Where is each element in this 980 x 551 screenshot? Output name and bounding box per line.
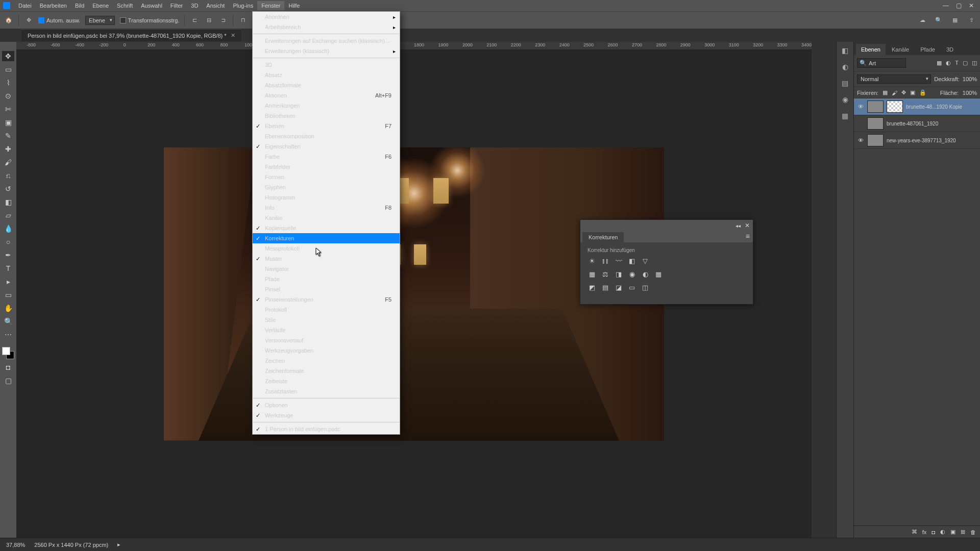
panel-close-icon[interactable]: ✕ (745, 222, 750, 229)
link-layers-icon[interactable]: ⌘ (912, 529, 917, 535)
color-panel-icon[interactable]: ◉ (841, 95, 850, 104)
menuitem-eigenschaften[interactable]: Eigenschaften (253, 141, 400, 152)
filter-adjust-icon[interactable]: ◐ (946, 60, 951, 66)
home-icon[interactable]: 🏠 (4, 16, 13, 25)
menuitem-muster[interactable]: Muster (253, 254, 400, 264)
menu-ansicht[interactable]: Ansicht (202, 1, 229, 10)
menu-ebene[interactable]: Ebene (88, 1, 113, 10)
layer-row[interactable]: brunette-487061_1920 (854, 115, 980, 132)
vibrance-icon[interactable]: ▽ (641, 256, 650, 265)
layer-visibility-icon[interactable]: 👁 (857, 104, 864, 110)
threshold-icon[interactable]: ◪ (614, 283, 623, 292)
brush-tool[interactable]: 🖌 (2, 157, 14, 167)
invert-icon[interactable]: ◩ (587, 283, 597, 292)
color-swatch[interactable] (2, 347, 14, 359)
menuitem-farbfelder[interactable]: Farbfelder (253, 162, 400, 172)
panel-tab-3d[interactable]: 3D (941, 44, 959, 55)
libraries-panel-icon[interactable]: ▤ (841, 79, 850, 88)
menuitem-erweiterungen-auf-exchange-suchen-klassisch-[interactable]: Erweiterungen auf Exchange suchen (klass… (253, 36, 400, 46)
menuitem-pinseleinstellungen[interactable]: PinseleinstellungenF5 (253, 294, 400, 305)
blur-tool[interactable]: 💧 (2, 223, 14, 234)
blend-mode-dropdown[interactable]: Normal (857, 74, 931, 84)
menuitem-pinsel[interactable]: Pinsel (253, 284, 400, 294)
rectangle-tool[interactable]: ▭ (2, 290, 14, 300)
panel-tab-ebenen[interactable]: Ebenen (856, 44, 886, 55)
menuitem-formen[interactable]: Formen (253, 172, 400, 182)
layer-name[interactable]: new-years-eve-3897713_1920 (887, 138, 956, 143)
layer-name[interactable]: brunette-487061_1920 (887, 121, 938, 127)
properties-panel-icon[interactable]: ◧ (841, 46, 850, 55)
menu-auswahl[interactable]: Auswahl (137, 1, 166, 10)
menuitem-erweiterungen-klassisch-[interactable]: Erweiterungen (klassisch) (253, 46, 400, 56)
lock-artboard-icon[interactable]: ▣ (910, 89, 915, 96)
brightness-contrast-icon[interactable]: ☀ (587, 256, 597, 265)
menuitem-bibliotheken[interactable]: Bibliotheken (253, 111, 400, 121)
filter-shape-icon[interactable]: ▢ (963, 60, 968, 66)
move-tool-icon[interactable]: ✥ (24, 16, 33, 25)
menuitem-ebenenkomposition[interactable]: Ebenenkomposition (253, 131, 400, 141)
menuitem-anmerkungen[interactable]: Anmerkungen (253, 101, 400, 111)
group-icon[interactable]: ▣ (950, 529, 955, 535)
document-tab[interactable]: Person in bild einfügen.psdc bei 37,9% (… (21, 29, 241, 41)
lock-paint-icon[interactable]: 🖌 (892, 90, 897, 96)
dodge-tool[interactable]: ○ (2, 237, 14, 247)
menuitem-3d[interactable]: 3D (253, 60, 400, 70)
filter-smart-icon[interactable]: ◫ (972, 60, 977, 66)
lasso-tool[interactable]: ⌇ (2, 78, 14, 88)
layer-visibility-icon[interactable]: 👁 (857, 137, 864, 143)
panel-tab-korrekturen[interactable]: Korrekturen (582, 232, 624, 242)
posterize-icon[interactable]: ▤ (601, 283, 610, 292)
menuitem-kan-le[interactable]: Kanäle (253, 213, 400, 223)
lock-all-icon[interactable]: 🔒 (919, 89, 926, 96)
menuitem-werkzeugvorgaben[interactable]: Werkzeugvorgaben (253, 345, 400, 356)
menu-plug-ins[interactable]: Plug-ins (229, 1, 257, 10)
menuitem-zeitleiste[interactable]: Zeitleiste (253, 376, 400, 386)
korrekturen-panel[interactable]: ◂◂ ✕ Korrekturen ≡ Korrektur hinzufügen … (580, 219, 753, 305)
photo-filter-icon[interactable]: ◉ (627, 269, 636, 279)
menu-datei[interactable]: Datei (14, 1, 36, 10)
healing-tool[interactable]: ✚ (2, 144, 14, 154)
eraser-tool[interactable]: ◧ (2, 197, 14, 207)
menuitem-arbeitsbereich[interactable]: Arbeitsbereich (253, 22, 400, 32)
menuitem-1-person-in-bild-einf-gen-psdc[interactable]: 1 Person in bild einfügen.psdc (253, 424, 400, 434)
layer-thumbnail[interactable] (867, 117, 884, 130)
marquee-tool[interactable]: ▭ (2, 64, 14, 74)
menuitem-anordnen[interactable]: Anordnen (253, 12, 400, 22)
screen-mode-tool[interactable]: ▢ (2, 375, 14, 386)
menu-schrift[interactable]: Schrift (113, 1, 137, 10)
filter-pixel-icon[interactable]: ▩ (937, 60, 942, 66)
menuitem-zusatztasten[interactable]: Zusatztasten (253, 386, 400, 396)
close-button[interactable]: ✕ (969, 2, 974, 9)
menuitem-werkzeuge[interactable]: Werkzeuge (253, 410, 400, 420)
layer-mask-icon[interactable]: ◘ (932, 529, 935, 535)
layer-filter-dropdown[interactable]: 🔍 Art (857, 58, 906, 68)
levels-icon[interactable]: ⫿⫿ (601, 256, 610, 265)
menuitem-ebenen[interactable]: EbenenF7 (253, 121, 400, 131)
minimize-button[interactable]: — (943, 2, 949, 9)
share-icon[interactable]: ⇪ (967, 16, 976, 25)
move-tool[interactable]: ✥ (2, 51, 14, 61)
menuitem-absatz[interactable]: Absatz (253, 70, 400, 80)
menuitem-glyphen[interactable]: Glyphen (253, 182, 400, 192)
delete-layer-icon[interactable]: 🗑 (970, 529, 976, 535)
layer-row[interactable]: 👁new-years-eve-3897713_1920 (854, 132, 980, 149)
menuitem-farbe[interactable]: FarbeF6 (253, 152, 400, 162)
menuitem-kopierquelle[interactable]: Kopierquelle (253, 223, 400, 233)
layer-name[interactable]: brunette-48...1920 Kopie (906, 104, 962, 110)
opacity-value[interactable]: 100% (963, 76, 977, 82)
color-lookup-icon[interactable]: ▦ (654, 269, 663, 279)
menuitem-histogramm[interactable]: Histogramm (253, 192, 400, 203)
edit-toolbar[interactable]: ⋯ (2, 330, 14, 340)
align-right-icon[interactable]: ⊐ (218, 16, 228, 25)
zoom-tool[interactable]: 🔍 (2, 316, 14, 327)
bw-icon[interactable]: ◨ (614, 269, 623, 279)
quick-select-tool[interactable]: ⊙ (2, 91, 14, 101)
panel-tab-kanäle[interactable]: Kanäle (887, 44, 914, 55)
layer-thumbnail[interactable] (867, 134, 884, 146)
layer-mask-thumbnail[interactable] (887, 101, 903, 113)
menu-3d[interactable]: 3D (187, 1, 202, 10)
adjustment-layer-icon[interactable]: ◐ (940, 529, 945, 535)
align-left-icon[interactable]: ⊏ (190, 16, 199, 25)
menuitem-korrekturen[interactable]: Korrekturen (253, 233, 400, 243)
menu-fenster[interactable]: Fenster (257, 1, 284, 10)
